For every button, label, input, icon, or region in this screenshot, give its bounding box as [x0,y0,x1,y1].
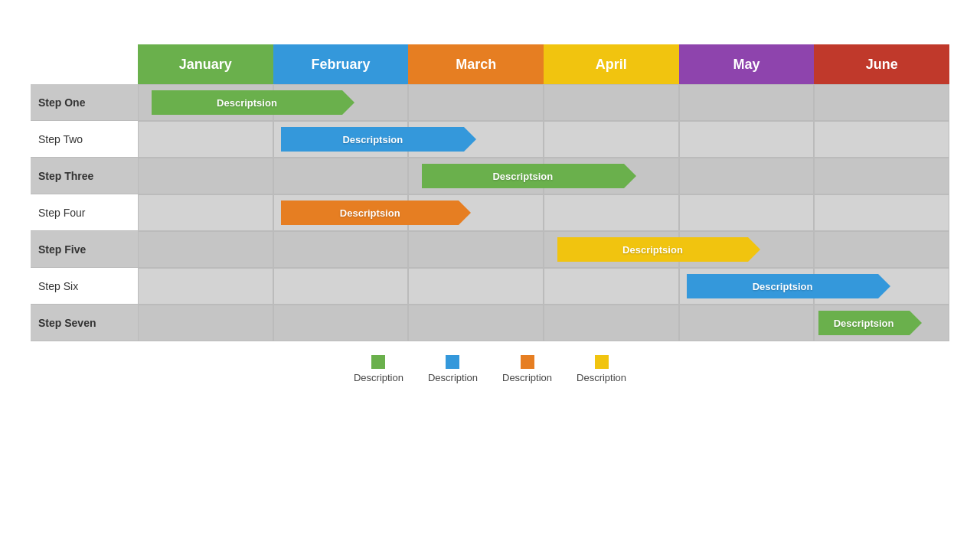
legend-color-1 [446,355,459,369]
header-row: JanuaryFebruaryMarchAprilMayJune [31,44,949,84]
cell-1-1 [273,121,409,158]
gantt-chart: JanuaryFebruaryMarchAprilMayJuneStep One… [31,44,949,536]
cell-4-2 [408,231,544,268]
row-label-5: Step Six [31,268,138,305]
row-label-6: Step Seven [31,305,138,341]
cell-0-4 [679,84,815,121]
cell-4-0 [138,231,273,268]
legend-label-3: Description [577,372,626,383]
legend-label-2: Description [502,372,552,383]
header-april: April [544,44,679,84]
legend-color-0 [371,355,385,369]
cell-4-5 [814,231,949,268]
cell-3-4 [679,194,815,231]
cell-2-5 [814,158,949,194]
cell-4-4 [679,231,815,268]
cell-6-2 [408,305,544,341]
cell-6-0 [138,305,273,341]
cell-6-4 [679,305,815,341]
cell-5-4 [679,268,815,305]
cell-0-0 [138,84,273,121]
header-may: May [679,44,815,84]
cell-5-3 [544,268,679,305]
legend: DescriptionDescriptionDescriptionDescrip… [31,355,949,383]
cell-6-5 [814,305,949,341]
cell-1-4 [679,121,815,158]
cell-3-0 [138,194,273,231]
row-label-4: Step Five [31,231,138,268]
cell-4-3 [544,231,679,268]
row-label-2: Step Three [31,158,138,194]
legend-item-1: Description [428,355,478,383]
legend-color-2 [521,355,534,369]
cell-3-3 [544,194,679,231]
cell-5-0 [138,268,273,305]
legend-item-2: Description [502,355,552,383]
header-empty [31,44,138,84]
cell-2-4 [679,158,815,194]
cell-3-1 [273,194,409,231]
cell-0-5 [814,84,949,121]
legend-item-3: Description [577,355,626,383]
cell-6-3 [544,305,679,341]
cell-2-2 [408,158,544,194]
legend-label-0: Description [354,372,403,383]
legend-item-0: Description [354,355,403,383]
row-label-1: Step Two [31,121,138,158]
cell-0-3 [544,84,679,121]
cell-2-0 [138,158,273,194]
cell-1-3 [544,121,679,158]
cell-2-1 [273,158,409,194]
header-february: February [273,44,409,84]
header-june: June [814,44,949,84]
legend-color-3 [595,355,609,369]
row-label-3: Step Four [31,194,138,231]
row-label-0: Step One [31,84,138,121]
cell-4-1 [273,231,409,268]
cell-5-1 [273,268,409,305]
cell-5-5 [814,268,949,305]
row-5: Step SixDescriptsion [31,268,949,305]
row-3: Step FourDescriptsion [31,194,949,231]
cell-3-5 [814,194,949,231]
row-6: Step SevenDescriptsion [31,305,949,341]
row-0: Step OneDescriptsion [31,84,949,121]
cell-0-1 [273,84,409,121]
cell-5-2 [408,268,544,305]
cell-1-2 [408,121,544,158]
cell-0-2 [408,84,544,121]
row-1: Step TwoDescriptsion [31,121,949,158]
chart-grid: JanuaryFebruaryMarchAprilMayJuneStep One… [31,44,949,341]
row-4: Step FiveDescriptsion [31,231,949,268]
row-2: Step ThreeDescriptsion [31,158,949,194]
cell-6-1 [273,305,409,341]
legend-label-1: Description [428,372,478,383]
header-january: January [138,44,273,84]
cell-1-0 [138,121,273,158]
header-march: March [408,44,544,84]
cell-2-3 [544,158,679,194]
cell-1-5 [814,121,949,158]
cell-3-2 [408,194,544,231]
